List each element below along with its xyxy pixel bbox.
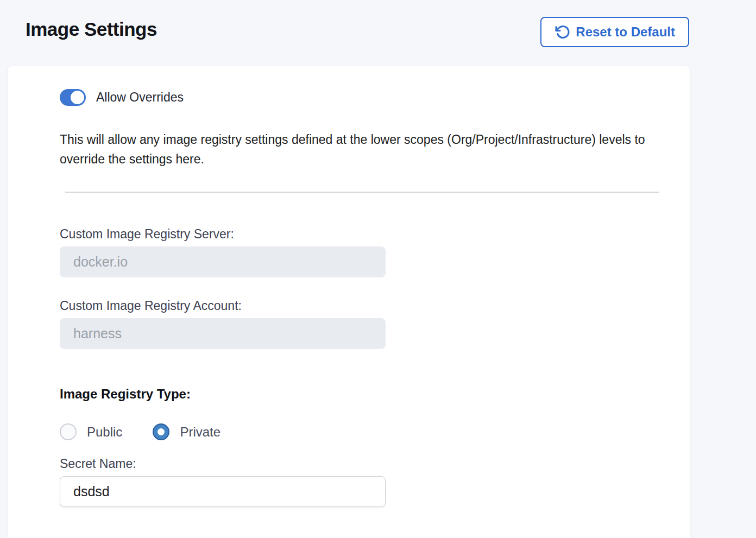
registry-type-label: Image Registry Type: <box>60 387 690 402</box>
reset-icon <box>555 24 570 40</box>
allow-overrides-label: Allow Overrides <box>96 90 184 105</box>
private-radio-button[interactable] <box>153 423 169 440</box>
toggle-knob <box>71 91 84 104</box>
allow-overrides-row: Allow Overrides <box>60 88 690 106</box>
registry-server-label: Custom Image Registry Server: <box>60 227 690 242</box>
registry-account-input[interactable] <box>60 318 386 349</box>
radio-option-public[interactable]: Public <box>60 423 122 440</box>
page-header: Image Settings Reset to Default <box>0 0 756 66</box>
overrides-description: This will allow any image registry setti… <box>60 130 667 169</box>
image-settings-card: Allow Overrides This will allow any imag… <box>8 66 690 538</box>
registry-server-input[interactable] <box>60 246 386 277</box>
allow-overrides-toggle[interactable] <box>60 89 86 106</box>
public-radio-button[interactable] <box>60 423 77 440</box>
reset-button-label: Reset to Default <box>576 24 675 40</box>
section-divider <box>65 192 659 193</box>
registry-account-label: Custom Image Registry Account: <box>60 299 690 313</box>
page-title: Image Settings <box>26 18 157 40</box>
registry-type-radio-group: Public Private <box>60 423 690 440</box>
radio-option-private[interactable]: Private <box>153 423 220 440</box>
secret-name-input[interactable] <box>60 476 386 507</box>
secret-name-label: Secret Name: <box>60 457 690 471</box>
private-radio-label: Private <box>180 425 220 440</box>
reset-to-default-button[interactable]: Reset to Default <box>540 17 689 47</box>
public-radio-label: Public <box>87 425 122 440</box>
